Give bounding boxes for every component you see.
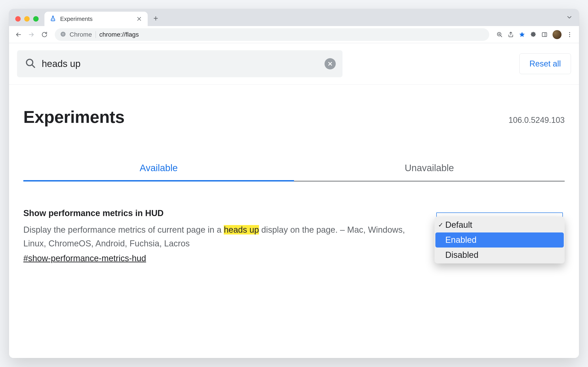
search-box: [17, 50, 342, 77]
svg-rect-4: [542, 33, 547, 37]
forward-button[interactable]: [26, 30, 36, 40]
browser-window: Experiments + Chrome: [9, 9, 579, 358]
flag-description: Display the performance metrics of curre…: [23, 223, 421, 250]
browser-tab[interactable]: Experiments: [44, 12, 148, 26]
traffic-lights: [14, 16, 42, 26]
dropdown-option-label: Default: [445, 220, 472, 230]
flag-desc-pre: Display the performance metrics of curre…: [23, 225, 224, 234]
zoom-icon[interactable]: [495, 30, 505, 40]
svg-point-7: [569, 36, 570, 37]
chrome-icon: [60, 31, 66, 38]
window-zoom-button[interactable]: [33, 16, 39, 22]
page-content: Reset all Experiments 106.0.5249.103 Ava…: [9, 43, 579, 358]
dropdown-option-default[interactable]: ✓ Default: [435, 217, 564, 233]
profile-avatar[interactable]: [553, 30, 562, 39]
flag-info: Show performance metrics in HUD Display …: [23, 209, 421, 263]
omnibox[interactable]: Chrome: [55, 28, 489, 41]
dropdown-option-disabled[interactable]: Disabled: [435, 248, 564, 263]
back-button[interactable]: [14, 30, 23, 40]
flag-control: ✓ Default Enabled Disabled: [435, 209, 565, 263]
reset-all-label: Reset all: [529, 59, 561, 68]
tabs-row: Available Unavailable: [23, 156, 565, 182]
search-input[interactable]: [42, 58, 319, 69]
omnibox-input[interactable]: [99, 31, 484, 38]
reset-all-button[interactable]: Reset all: [519, 53, 571, 74]
sidepanel-icon[interactable]: [540, 30, 549, 40]
dropdown-option-label: Enabled: [445, 235, 476, 245]
flag-row: Show performance metrics in HUD Display …: [23, 182, 565, 263]
menu-icon[interactable]: [565, 30, 574, 40]
omnibox-label: Chrome: [70, 31, 92, 38]
new-tab-button[interactable]: +: [151, 14, 160, 23]
flag-anchor-link[interactable]: #show-performance-metrics-hud: [23, 254, 146, 263]
omnibox-divider: [96, 31, 96, 38]
svg-point-5: [569, 32, 570, 33]
flag-title: Show performance metrics in HUD: [23, 209, 421, 218]
toolbar: Chrome: [9, 26, 579, 43]
extensions-icon[interactable]: [528, 30, 538, 40]
dropdown-menu: ✓ Default Enabled Disabled: [435, 217, 565, 263]
tab-title: Experiments: [60, 16, 132, 23]
tab-list-chevron-icon[interactable]: [566, 14, 573, 22]
close-tab-icon[interactable]: [136, 16, 142, 22]
svg-point-2: [62, 33, 64, 35]
flag-desc-highlight: heads up: [224, 225, 259, 234]
toolbar-right: [495, 30, 574, 40]
tab-strip: Experiments +: [9, 9, 579, 26]
tab-unavailable[interactable]: Unavailable: [294, 156, 565, 182]
reload-button[interactable]: [40, 30, 49, 40]
clear-search-button[interactable]: [324, 58, 336, 69]
page-body: Experiments 106.0.5249.103 Available Una…: [9, 85, 579, 358]
tab-available[interactable]: Available: [23, 156, 294, 182]
share-icon[interactable]: [506, 30, 516, 40]
window-minimize-button[interactable]: [24, 16, 30, 22]
search-icon: [25, 58, 36, 70]
flask-icon: [50, 15, 56, 23]
heading-row: Experiments 106.0.5249.103: [23, 85, 565, 140]
bookmark-star-icon[interactable]: [517, 30, 527, 40]
page-title: Experiments: [23, 107, 125, 127]
svg-point-6: [569, 34, 570, 35]
version-label: 106.0.5249.103: [508, 116, 565, 125]
search-row: Reset all: [9, 43, 579, 85]
dropdown-option-label: Disabled: [445, 250, 478, 260]
dropdown-option-enabled[interactable]: Enabled: [435, 233, 564, 248]
check-icon: ✓: [438, 221, 443, 228]
window-close-button[interactable]: [15, 16, 21, 22]
